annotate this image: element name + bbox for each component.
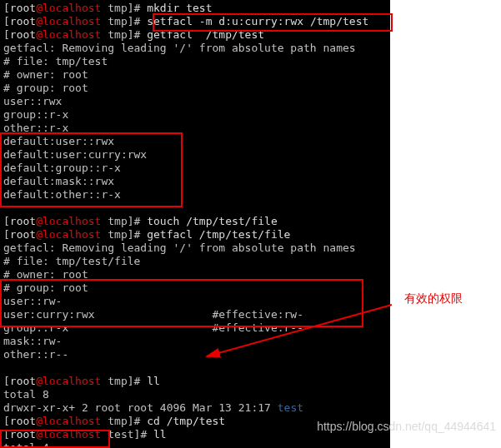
blank-line bbox=[3, 361, 387, 375]
annotation-effective-permissions: 有效的权限 bbox=[404, 291, 463, 306]
getfacl-output: user:curry:rwx #effective:rw- bbox=[3, 308, 387, 321]
cmd-getfacl: getfacl /tmp/test bbox=[147, 28, 264, 41]
prompt-host: localhost bbox=[43, 2, 101, 14]
prompt-line: [root@localhost tmp]# touch /tmp/test/fi… bbox=[3, 215, 387, 228]
ls-total: total 8 bbox=[3, 388, 387, 401]
cmd-mkdir: mkdir test bbox=[147, 2, 212, 14]
getfacl-output: # owner: root bbox=[3, 68, 387, 82]
getfacl-default: default:other::r-x bbox=[3, 188, 387, 202]
terminal[interactable]: [root@localhost tmp]# mkdir test [root@l… bbox=[0, 0, 390, 448]
prompt-line: [root@localhost tmp]# getfacl /tmp/test/… bbox=[3, 228, 387, 241]
getfacl-output: # group: root bbox=[3, 82, 387, 95]
getfacl-output: user::rw- bbox=[3, 295, 387, 308]
prompt-line: [root@localhost tmp]# mkdir test bbox=[3, 2, 387, 15]
getfacl-output: other::r-x bbox=[3, 122, 387, 135]
cmd-getfacl2: getfacl /tmp/test/file bbox=[147, 228, 290, 241]
getfacl-default: default:group::r-x bbox=[3, 162, 387, 175]
getfacl-output: mask::rw- bbox=[3, 335, 387, 348]
getfacl-output: getfacl: Removing leading '/' from absol… bbox=[3, 42, 387, 55]
prompt-cwd: tmp bbox=[101, 2, 127, 14]
getfacl-output: other::r-- bbox=[3, 348, 387, 361]
watermark: https://blog.csdn.net/qq_44944641 bbox=[317, 420, 496, 433]
getfacl-output: # group: root bbox=[3, 281, 387, 295]
blank-line bbox=[3, 202, 387, 215]
ls-dir-name: test bbox=[278, 401, 303, 414]
getfacl-output: # owner: root bbox=[3, 268, 387, 281]
ls-total: total 4 bbox=[3, 441, 387, 448]
ls-line: drwxr-xr-x+ 2 root root 4096 Mar 13 21:1… bbox=[3, 401, 387, 415]
prompt-line: [root@localhost tmp]# setfacl -m d:u:cur… bbox=[3, 15, 387, 28]
getfacl-default: default:mask::rwx bbox=[3, 175, 387, 188]
getfacl-output: # file: tmp/test bbox=[3, 55, 387, 68]
getfacl-default: default:user::rwx bbox=[3, 135, 387, 148]
cmd-ll: ll bbox=[147, 375, 160, 387]
bracket: ]# bbox=[128, 2, 147, 14]
prompt-line: [root@localhost tmp]# getfacl /tmp/test bbox=[3, 28, 387, 42]
getfacl-default: default:user:curry:rwx bbox=[3, 148, 387, 162]
cmd-setfacl: setfacl -m d:u:curry:rwx /tmp/test bbox=[147, 15, 368, 27]
getfacl-output: group::r-x bbox=[3, 108, 387, 122]
bracket: [ bbox=[3, 2, 10, 14]
cmd-cd: cd /tmp/test bbox=[147, 415, 225, 427]
cmd-touch: touch /tmp/test/file bbox=[147, 215, 278, 227]
cmd-ll2: ll bbox=[153, 428, 167, 441]
prompt-user: root bbox=[10, 2, 36, 14]
getfacl-output: getfacl: Removing leading '/' from absol… bbox=[3, 241, 387, 255]
prompt-line: [root@localhost tmp]# ll bbox=[3, 375, 387, 388]
getfacl-output: group::r-x #effective:r-- bbox=[3, 321, 387, 335]
getfacl-output: # file: tmp/test/file bbox=[3, 255, 387, 268]
prompt-at: @ bbox=[36, 2, 43, 14]
getfacl-output: user::rwx bbox=[3, 95, 387, 108]
